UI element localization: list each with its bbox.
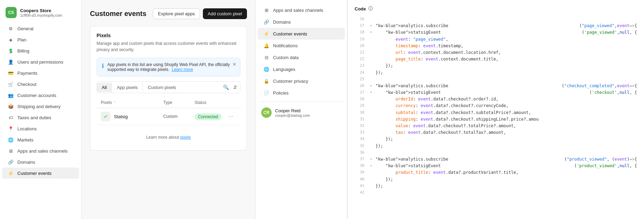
sidebar-item-apps[interactable]: ⊞ Apps and sales channels (2, 145, 79, 156)
pixels-card: Pixels Manage app and custom pixels that… (90, 26, 247, 151)
line-number: 26 (355, 83, 364, 89)
store-avatar: CS (6, 7, 17, 18)
tab-app-pixels[interactable]: App pixels (112, 83, 143, 92)
row-actions[interactable]: ··· (226, 113, 236, 120)
fold-icon[interactable] (370, 143, 374, 149)
code-content: product_title: event.data?.productVarian… (375, 169, 637, 176)
line-number: 21 (355, 49, 364, 56)
sidebar-item-taxes[interactable]: 🏷 Taxes and duties (2, 112, 79, 123)
col-header-pixels: Pixels ⌃ (101, 100, 163, 105)
row-menu-icon[interactable]: ··· (229, 113, 233, 119)
fold-icon[interactable] (370, 183, 374, 189)
fold-icon[interactable] (370, 116, 374, 123)
tab-all[interactable]: All (97, 83, 112, 92)
right-nav-item-label: Notifications (273, 43, 298, 48)
pixels-link[interactable]: pixels (180, 135, 191, 140)
fold-icon[interactable] (370, 70, 374, 76)
explore-pixel-apps-button[interactable]: Explore pixel apps (153, 8, 200, 19)
sidebar-item-billing[interactable]: 💲 Billing (2, 45, 79, 56)
fold-icon[interactable] (370, 63, 374, 69)
fold-icon[interactable] (370, 149, 374, 156)
code-content (375, 149, 637, 156)
add-custom-pixel-button[interactable]: Add custom pixel (203, 8, 247, 19)
fold-icon[interactable] (370, 36, 374, 43)
sidebar-item-shipping[interactable]: 📦 Shipping and delivery (2, 101, 79, 112)
sidebar-item-label: Users and permissions (17, 59, 63, 65)
fold-icon[interactable]: ▾ (370, 83, 374, 89)
line-number: 31 (355, 116, 364, 123)
right-nav-item-label: Customer events (273, 31, 307, 36)
fold-icon[interactable] (370, 110, 374, 116)
sidebar-item-checkout[interactable]: 🛒 Checkout (2, 79, 79, 90)
code-line: 24 }); (355, 70, 637, 76)
right-nav-item-languages[interactable]: 🌐 Languages (258, 63, 345, 75)
right-nav-item-custom-data[interactable]: ⊟ Custom data (258, 51, 345, 63)
line-number: 30 (355, 110, 364, 116)
fold-icon[interactable] (370, 56, 374, 63)
sidebar-item-label: Shipping and delivery (17, 104, 60, 109)
code-content: subtotal: event.data?.checkout?.subtotal… (375, 110, 637, 116)
sort-icon[interactable]: ⇵ (232, 83, 239, 91)
fold-icon[interactable] (370, 129, 374, 136)
right-nav-item-customer-events[interactable]: ⚡ Customer events (258, 28, 345, 40)
svg-rect-0 (103, 114, 108, 119)
right-nav-item-label: Customer privacy (273, 79, 308, 84)
fold-icon[interactable] (370, 169, 374, 176)
sidebar-item-payments[interactable]: 💳 Payments (2, 67, 79, 79)
fold-icon[interactable]: ▾ (370, 156, 374, 163)
tab-custom-pixels[interactable]: Custom pixels (143, 83, 181, 92)
sidebar-item-customer-accounts[interactable]: 👥 Customer accounts (2, 90, 79, 101)
info-circle-icon[interactable]: ⓘ (368, 6, 373, 12)
right-nav-item-apps-channels[interactable]: ⊞ Apps and sales channels (258, 4, 345, 16)
right-nav-item-domains[interactable]: 🔗 Domains (258, 16, 345, 28)
search-icon[interactable]: 🔍 (222, 83, 230, 91)
line-number: 29 (355, 103, 364, 109)
sidebar-item-markets[interactable]: 🌐 Markets (2, 134, 79, 145)
code-content: "kw-blue">statsigEvent (375, 29, 582, 36)
sidebar-item-plan[interactable]: ◈ Plan (2, 34, 79, 45)
languages-icon: 🌐 (263, 66, 270, 72)
code-line: 22 page_title: event.context.document.ti… (355, 56, 637, 63)
fold-icon[interactable]: ▾ (370, 29, 374, 36)
fold-icon[interactable] (370, 16, 374, 23)
users-icon: 👤 (8, 59, 14, 65)
user-info: Cooper Reid cooper@statsig.com (275, 108, 310, 117)
sidebar-item-locations[interactable]: 📍 Locations (2, 123, 79, 134)
right-nav-item-label: Languages (273, 67, 295, 72)
fold-icon[interactable] (370, 136, 374, 143)
right-nav-item-notifications[interactable]: 🔔 Notifications (258, 40, 345, 51)
sidebar-item-users[interactable]: 👤 Users and permissions (2, 56, 79, 67)
col-header-status: Status (195, 100, 226, 105)
fold-icon[interactable] (370, 189, 374, 196)
line-number: 27 (355, 89, 364, 96)
fold-icon[interactable]: ▾ (370, 23, 374, 29)
code-header: Code ⓘ (355, 6, 637, 12)
sidebar-item-general[interactable]: ⚙ General (2, 23, 79, 34)
user-item[interactable]: CR Cooper Reid cooper@statsig.com (256, 105, 347, 121)
right-nav-item-customer-privacy[interactable]: 🔒 Customer privacy (258, 75, 345, 87)
taxes-icon: 🏷 (8, 114, 14, 121)
sidebar-item-label: Locations (17, 126, 37, 131)
right-nav-item-policies[interactable]: 📄 Policies (258, 87, 345, 99)
avatar: CR (261, 107, 272, 118)
store-header[interactable]: CS Coopers Store 1cff06-d3.myshopify.com (0, 4, 81, 23)
fold-icon[interactable]: ▾ (370, 89, 374, 96)
fold-icon[interactable] (370, 43, 374, 49)
sidebar-item-label: Taxes and duties (17, 115, 51, 120)
pixel-name: Statsig (114, 114, 128, 119)
close-icon[interactable]: ✕ (232, 62, 237, 67)
fold-icon[interactable]: ▾ (370, 163, 374, 169)
sidebar-item-domains[interactable]: 🔗 Domains (2, 156, 79, 168)
fold-icon[interactable] (370, 123, 374, 129)
fold-icon[interactable] (370, 49, 374, 56)
fold-icon[interactable] (370, 176, 374, 183)
events-icon: ⚡ (263, 31, 270, 37)
fold-icon[interactable] (370, 103, 374, 109)
line-number: 40 (355, 176, 364, 183)
fold-icon[interactable] (370, 96, 374, 103)
code-line: 32 value: event.data?.checkout?.totalPri… (355, 123, 637, 129)
sidebar-item-customer-events[interactable]: ⚡ Customer events (2, 168, 79, 179)
banner-learn-more-link[interactable]: Learn more (172, 67, 193, 72)
code-line: 33 tax: event.data?.checkout?.totalTax?.… (355, 129, 637, 136)
fold-icon[interactable] (370, 76, 374, 83)
